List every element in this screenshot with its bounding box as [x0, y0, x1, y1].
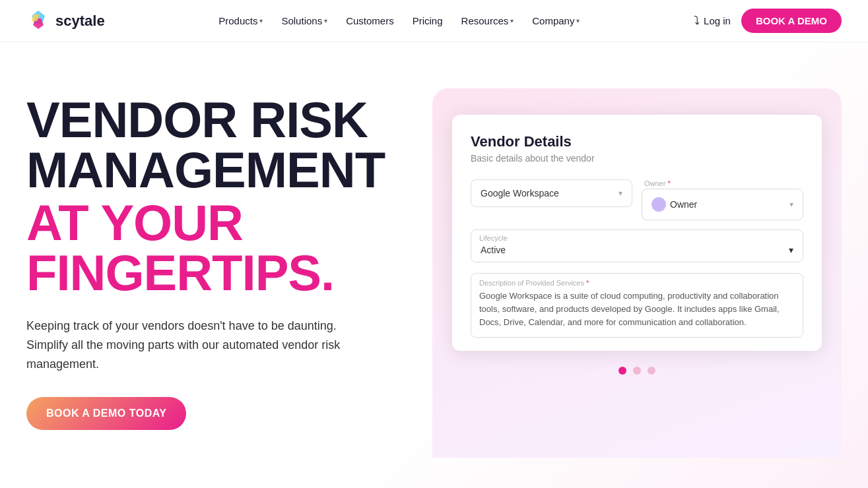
vendor-owner-row: Google Workspace ▾ Owner Owner [471, 179, 803, 220]
logo-icon [26, 9, 50, 33]
nav-actions: ⤵ Log in BOOK A DEMO [694, 9, 842, 33]
navbar: scytale Products ▾ Solutions ▾ Customers… [0, 0, 868, 42]
login-icon: ⤵ [694, 14, 700, 28]
nav-pricing[interactable]: Pricing [406, 11, 450, 30]
carousel-dot-3[interactable] [648, 367, 655, 375]
description-text: Google Workspace is a suite of cloud com… [471, 287, 803, 337]
hero-heading-1: VENDOR RISK [26, 95, 409, 145]
nav-resources[interactable]: Resources ▾ [455, 11, 521, 30]
hero-subtext: Keeping track of your vendors doesn't ha… [26, 317, 370, 373]
company-chevron-icon: ▾ [576, 17, 580, 24]
book-demo-nav-button[interactable]: BOOK A DEMO [741, 9, 842, 33]
owner-label: Owner [642, 179, 803, 187]
description-wrapper[interactable]: Description of Provided Services Google … [471, 273, 803, 338]
owner-field: Owner Owner ▾ [642, 179, 803, 220]
card-title: Vendor Details [471, 133, 803, 150]
vendor-details-card: Vendor Details Basic details about the v… [452, 115, 822, 351]
description-field: Description of Provided Services Google … [471, 272, 803, 338]
card-fields: Google Workspace ▾ Owner Owner [471, 179, 803, 338]
hero-left: VENDOR RISK MANAGEMENT AT YOUR FINGERTIP… [26, 82, 409, 430]
vendor-name-chevron-icon: ▾ [618, 189, 622, 198]
nav-products[interactable]: Products ▾ [212, 11, 269, 30]
products-chevron-icon: ▾ [259, 17, 263, 24]
owner-input[interactable]: Owner ▾ [642, 189, 803, 220]
vendor-name-field: Google Workspace ▾ [471, 179, 632, 220]
logo[interactable]: scytale [26, 9, 105, 33]
logo-text: scytale [55, 13, 105, 30]
lifecycle-wrapper[interactable]: Lifecycle Active ▾ [471, 229, 803, 262]
resources-chevron-icon: ▾ [510, 17, 514, 24]
nav-links: Products ▾ Solutions ▾ Customers Pricing… [212, 11, 586, 30]
solutions-chevron-icon: ▾ [324, 17, 327, 24]
hero-cta-button[interactable]: BOOK A DEMO TODAY [26, 397, 186, 430]
carousel-dot-2[interactable] [633, 367, 641, 375]
lifecycle-chevron-icon: ▾ [789, 245, 793, 255]
nav-company[interactable]: Company ▾ [525, 11, 586, 30]
card-background: Vendor Details Basic details about the v… [432, 88, 842, 458]
card-subtitle: Basic details about the vendor [471, 153, 803, 164]
owner-chevron-icon: ▾ [789, 200, 793, 209]
lifecycle-label: Lifecycle [471, 230, 803, 242]
login-button[interactable]: ⤵ Log in [694, 14, 731, 28]
vendor-name-input[interactable]: Google Workspace ▾ [471, 179, 632, 207]
carousel-dot-1[interactable] [618, 367, 626, 375]
carousel-dots [618, 367, 655, 375]
hero-right: Vendor Details Basic details about the v… [409, 82, 842, 458]
hero-section: VENDOR RISK MANAGEMENT AT YOUR FINGERTIP… [0, 42, 868, 488]
nav-solutions[interactable]: Solutions ▾ [275, 11, 334, 30]
nav-customers[interactable]: Customers [339, 11, 401, 30]
hero-heading-pink: AT YOUR FINGERTIPS. [26, 198, 409, 298]
lifecycle-field: Lifecycle Active ▾ [471, 229, 803, 262]
description-label: Description of Provided Services [471, 274, 803, 287]
owner-avatar [651, 197, 666, 212]
hero-heading-2: MANAGEMENT [26, 145, 409, 195]
lifecycle-value: Active ▾ [471, 242, 803, 262]
